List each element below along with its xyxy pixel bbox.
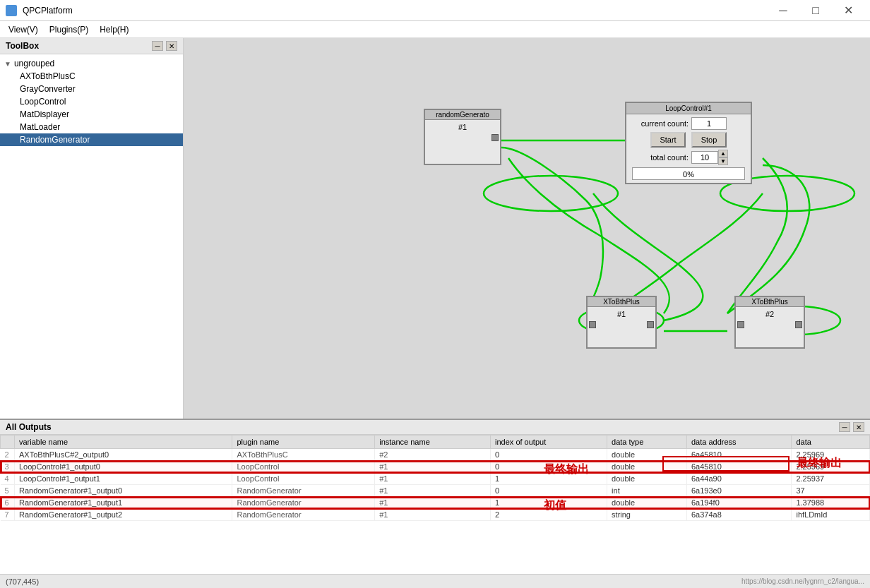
cell-data-type: double xyxy=(607,473,687,485)
col-data: data xyxy=(792,436,870,449)
cell-num: 6 xyxy=(1,497,15,509)
lc-start-button[interactable]: Start xyxy=(650,132,686,148)
cell-data: ihfLDmId xyxy=(792,509,870,521)
toolbox-minimize-btn[interactable]: ─ xyxy=(152,41,163,51)
rg-output-port[interactable] xyxy=(491,134,499,141)
lc-current-count-row: current count: xyxy=(632,117,745,130)
ax1-title: XToBthPlus xyxy=(588,297,655,307)
sidebar-item-axtobthplusc[interactable]: AXToBthPlusC xyxy=(0,70,183,83)
menu-view[interactable]: View(V) xyxy=(3,23,44,36)
toolbox-controls: ─ ✕ xyxy=(152,41,177,51)
table-row[interactable]: 6 RandomGenerator#1_output1 RandomGenera… xyxy=(1,497,870,509)
cell-data: 2.25969 xyxy=(792,449,870,461)
window-controls: ─ □ ✕ xyxy=(767,0,864,21)
cell-data-type: double xyxy=(607,497,687,509)
title-bar: QPCPlatform ─ □ ✕ xyxy=(0,0,870,21)
cell-data: 1.37988 xyxy=(792,497,870,509)
cell-plugin-name: AXToBthPlusC xyxy=(232,449,375,461)
col-plugin-name: plugin name xyxy=(232,436,375,449)
toolbox-close-btn[interactable]: ✕ xyxy=(166,41,177,51)
axtobthplus2-node[interactable]: XToBthPlus #2 xyxy=(734,296,805,349)
table-row[interactable]: 2 AXToBthPlusC#2_output0 AXToBthPlusC #2… xyxy=(1,449,870,461)
lc-spin-up[interactable]: ▲ xyxy=(718,150,728,157)
ax1-output-port[interactable] xyxy=(647,321,654,328)
menu-plugins[interactable]: Plugins(P) xyxy=(44,23,94,36)
cell-data-address: 6a193e0 xyxy=(686,485,791,497)
lc-current-count-label: current count: xyxy=(632,119,689,128)
output-table: variable name plugin name instance name … xyxy=(0,435,870,521)
cell-num: 3 xyxy=(1,461,15,473)
ax2-title: XToBthPlus xyxy=(736,297,804,307)
panel-title: All Outputs xyxy=(6,422,52,432)
lc-total-count-input[interactable] xyxy=(691,151,718,164)
cell-data-address: 6a194f0 xyxy=(686,497,791,509)
table-body: 2 AXToBthPlusC#2_output0 AXToBthPlusC #2… xyxy=(1,449,870,521)
lc-spin-down[interactable]: ▼ xyxy=(718,157,728,165)
toolbox-panel: ToolBox ─ ✕ ▼ ungrouped AXToBthPlusC Gra… xyxy=(0,38,184,419)
col-num xyxy=(1,436,15,449)
ax1-ports xyxy=(588,321,655,328)
cell-data-type: double xyxy=(607,461,687,473)
panel-minimize-btn[interactable]: ─ xyxy=(839,422,850,432)
panel-header: All Outputs ─ ✕ xyxy=(0,420,870,435)
cell-num: 4 xyxy=(1,473,15,485)
minimize-button[interactable]: ─ xyxy=(767,0,799,21)
ax2-input-port[interactable] xyxy=(737,321,744,328)
cell-num: 7 xyxy=(1,509,15,521)
table-row[interactable]: 7 RandomGenerator#1_output2 RandomGenera… xyxy=(1,509,870,521)
col-index: index of output xyxy=(491,436,607,449)
lc-current-count-input[interactable] xyxy=(691,117,727,130)
cell-data: 37 xyxy=(792,485,870,497)
sidebar-item-grayconverter[interactable]: GrayConverter xyxy=(0,83,183,95)
cell-variable-name: AXToBthPlusC#2_output0 xyxy=(15,449,232,461)
lc-stop-button[interactable]: Stop xyxy=(691,132,727,148)
cell-variable-name: RandomGenerator#1_output2 xyxy=(15,509,232,521)
cell-data-type: int xyxy=(607,485,687,497)
sidebar-item-randomgenerator[interactable]: RandomGenerator xyxy=(0,133,183,146)
cell-data-type: string xyxy=(607,509,687,521)
panel-header-controls: ─ ✕ xyxy=(839,422,864,432)
status-bar: (707,445) https://blog.csdn.ne/lygnrn_c2… xyxy=(0,574,870,588)
menu-help[interactable]: Help(H) xyxy=(94,23,134,36)
loop-control-node[interactable]: LoopControl#1 current count: Start Stop … xyxy=(625,102,752,184)
cell-plugin-name: RandomGenerator xyxy=(232,509,375,521)
cell-instance-name: #2 xyxy=(375,449,491,461)
sidebar-item-matloader[interactable]: MatLoader xyxy=(0,121,183,133)
cell-data-address: 6a44a90 xyxy=(686,473,791,485)
sidebar-item-loopcontrol[interactable]: LoopControl xyxy=(0,95,183,108)
ax1-body: #1 xyxy=(612,307,631,321)
table-row[interactable]: 5 RandomGenerator#1_output0 RandomGenera… xyxy=(1,485,870,497)
table-row[interactable]: 3 LoopControl#1_output0 LoopControl #1 0… xyxy=(1,461,870,473)
rg-node-title: randomGenerato xyxy=(425,110,500,120)
cell-data: 2.25937 xyxy=(792,473,870,485)
axtobthplus1-node[interactable]: XToBthPlus #1 xyxy=(586,296,657,349)
cell-index: 0 xyxy=(491,485,607,497)
random-generator-node[interactable]: randomGenerato #1 xyxy=(424,109,501,165)
app-title: QPCPlatform xyxy=(23,6,761,16)
cell-data-address: 6a45810 xyxy=(686,449,791,461)
tree-group-name: ungrouped xyxy=(14,59,54,68)
canvas-area[interactable]: randomGenerato #1 LoopControl#1 current … xyxy=(184,38,870,419)
cell-plugin-name: RandomGenerator xyxy=(232,497,375,509)
lc-buttons-row: Start Stop xyxy=(632,132,745,148)
lc-body: current count: Start Stop total count: ▲ xyxy=(626,114,751,183)
rg-node-ports xyxy=(425,134,500,141)
cell-instance-name: #1 xyxy=(375,509,491,521)
cell-index: 2 xyxy=(491,509,607,521)
status-coords: (707,445) xyxy=(6,577,39,586)
table-row[interactable]: 4 LoopControl#1_output1 LoopControl #1 1… xyxy=(1,473,870,485)
lc-title: LoopControl#1 xyxy=(626,103,751,114)
toolbox-tree: ▼ ungrouped AXToBthPlusC GrayConverter L… xyxy=(0,54,183,150)
sidebar-item-matdisplayer[interactable]: MatDisplayer xyxy=(0,108,183,121)
chevron-down-icon: ▼ xyxy=(4,60,11,68)
tree-group-label[interactable]: ▼ ungrouped xyxy=(0,57,183,70)
ax2-output-port[interactable] xyxy=(795,321,802,328)
ax1-input-port[interactable] xyxy=(589,321,596,328)
cell-plugin-name: RandomGenerator xyxy=(232,485,375,497)
maximize-button[interactable]: □ xyxy=(799,0,832,21)
rg-node-body: #1 xyxy=(453,120,472,134)
col-data-address: data address xyxy=(686,436,791,449)
close-button[interactable]: ✕ xyxy=(832,0,864,21)
panel-close-btn[interactable]: ✕ xyxy=(853,422,864,432)
toolbox-title: ToolBox xyxy=(6,41,39,51)
